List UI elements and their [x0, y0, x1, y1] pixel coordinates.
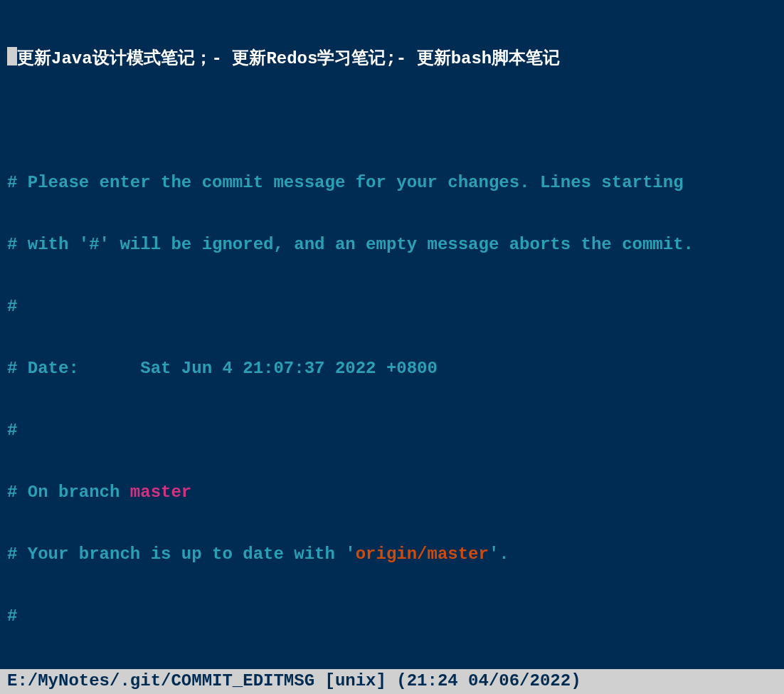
date-line: # Date: Sat Jun 4 21:07:37 2022 +0800 — [7, 358, 777, 379]
status-bar: E:/MyNotes/.git/COMMIT_EDITMSG [unix] (2… — [0, 669, 784, 694]
comment-line: # Please enter the commit message for yo… — [7, 172, 777, 193]
cursor — [7, 47, 17, 65]
branch-name: master — [130, 483, 191, 502]
remote-name: origin/master — [356, 545, 489, 564]
comment-line: # — [7, 606, 777, 626]
blank-line — [7, 110, 777, 131]
commit-message-text: 更新Java设计模式笔记；- 更新Redos学习笔记;- 更新bash脚本笔记 — [17, 49, 560, 68]
status-bar-text: E:/MyNotes/.git/COMMIT_EDITMSG [unix] (2… — [7, 671, 581, 690]
vim-editor[interactable]: 更新Java设计模式笔记；- 更新Redos学习笔记;- 更新bash脚本笔记 … — [0, 0, 784, 694]
comment-line: # — [7, 420, 777, 441]
commit-message-line[interactable]: 更新Java设计模式笔记；- 更新Redos学习笔记;- 更新bash脚本笔记 — [7, 47, 777, 69]
text-buffer[interactable]: 更新Java设计模式笔记；- 更新Redos学习笔记;- 更新bash脚本笔记 … — [0, 0, 784, 694]
upstream-line: # Your branch is up to date with 'origin… — [7, 544, 777, 564]
comment-line: # with '#' will be ignored, and an empty… — [7, 234, 777, 255]
branch-line: # On branch master — [7, 482, 777, 503]
comment-line: # — [7, 296, 777, 317]
